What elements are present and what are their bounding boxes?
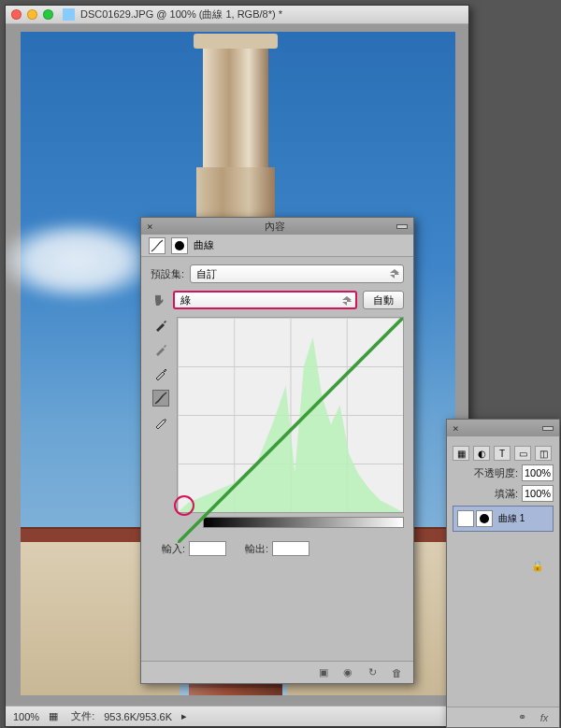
layer-filter-row: ▦ ◐ T ▭ ◫	[453, 446, 554, 461]
reset-icon[interactable]: ↻	[365, 665, 380, 680]
input-label: 輸入:	[162, 542, 185, 556]
pencil-icon[interactable]	[152, 414, 169, 431]
link-icon[interactable]: ⚭	[514, 710, 529, 725]
eyedropper-white-icon[interactable]	[152, 365, 169, 382]
filter-shape-icon[interactable]: ▭	[514, 446, 531, 461]
fill-field[interactable]: 100%	[522, 485, 554, 502]
eyedropper-gray-icon[interactable]	[152, 341, 169, 358]
filter-image-icon[interactable]: ▦	[453, 446, 469, 461]
minimize-button[interactable]	[27, 9, 37, 20]
layer-row-curves[interactable]: 曲線 1	[453, 506, 554, 532]
layers-footer: ⚭ fx	[447, 707, 559, 727]
preset-select[interactable]: 自訂	[190, 264, 404, 283]
svg-line-1	[178, 318, 403, 543]
clip-icon[interactable]: ▣	[316, 665, 331, 680]
panel-close-icon[interactable]: ×	[147, 221, 153, 233]
status-icon[interactable]: ▦	[49, 710, 62, 723]
panel-tabs: 曲線	[141, 235, 413, 257]
curve-edit-icon[interactable]	[152, 390, 169, 407]
lock-icon[interactable]: 🔒	[531, 560, 544, 572]
layers-close-icon[interactable]: ×	[453, 422, 459, 435]
auto-button[interactable]: 自動	[363, 291, 404, 309]
zoom-button[interactable]	[43, 9, 53, 20]
layers-panel: × ▦ ◐ T ▭ ◫ 不透明度: 100% 填滿: 100% 曲線 1 🔒	[446, 419, 560, 728]
layers-collapse-icon[interactable]	[542, 426, 554, 431]
output-label: 輸出:	[245, 542, 268, 556]
layer-thumb-icon[interactable]	[457, 510, 474, 527]
curve-point-marker[interactable]	[174, 495, 194, 516]
status-bar: 100% ▦ 文件: 953.6K/953.6K ▸	[6, 706, 468, 726]
layers-header[interactable]: ×	[447, 420, 559, 436]
preset-label: 預設集:	[151, 267, 184, 281]
visibility-icon[interactable]: ◉	[340, 665, 355, 680]
window-controls	[11, 9, 53, 20]
curves-panel: × 內容 曲線 預設集: 自訂 綠 自動	[140, 217, 414, 684]
panel-collapse-icon[interactable]	[396, 224, 408, 229]
channel-select[interactable]: 綠	[173, 291, 357, 309]
window-title: DSC01629.JPG @ 100% (曲線 1, RGB/8*) *	[80, 7, 282, 21]
curve-graph[interactable]	[177, 317, 404, 513]
panel-header[interactable]: × 內容	[141, 218, 413, 235]
doc-size-label: 文件:	[71, 709, 94, 723]
filter-type-icon[interactable]: T	[494, 446, 511, 461]
status-arrow-icon[interactable]: ▸	[181, 710, 187, 722]
output-field[interactable]	[272, 541, 309, 556]
layer-name[interactable]: 曲線 1	[498, 512, 525, 525]
opacity-label: 不透明度:	[474, 466, 518, 480]
tab-label: 曲線	[194, 238, 214, 252]
zoom-level[interactable]: 100%	[13, 711, 39, 722]
fill-label: 填滿:	[495, 487, 518, 501]
eyedropper-black-icon[interactable]	[152, 317, 169, 334]
filter-adjust-icon[interactable]: ◐	[473, 446, 490, 461]
opacity-field[interactable]: 100%	[522, 464, 554, 481]
trash-icon[interactable]: 🗑	[389, 665, 404, 680]
mask-tab-icon[interactable]	[171, 237, 188, 254]
panel-title: 內容	[265, 220, 285, 234]
hand-icon[interactable]	[151, 292, 167, 308]
document-icon	[63, 8, 75, 21]
curves-tab-icon[interactable]	[149, 237, 165, 254]
close-button[interactable]	[11, 9, 22, 20]
panel-footer: ▣ ◉ ↻ 🗑	[141, 661, 413, 683]
filter-smart-icon[interactable]: ◫	[535, 446, 552, 461]
input-field[interactable]	[189, 541, 226, 556]
fx-icon[interactable]: fx	[537, 710, 552, 725]
titlebar[interactable]: DSC01629.JPG @ 100% (曲線 1, RGB/8*) *	[6, 6, 468, 24]
doc-size-value: 953.6K/953.6K	[104, 711, 172, 722]
layer-mask-icon[interactable]	[476, 510, 493, 527]
